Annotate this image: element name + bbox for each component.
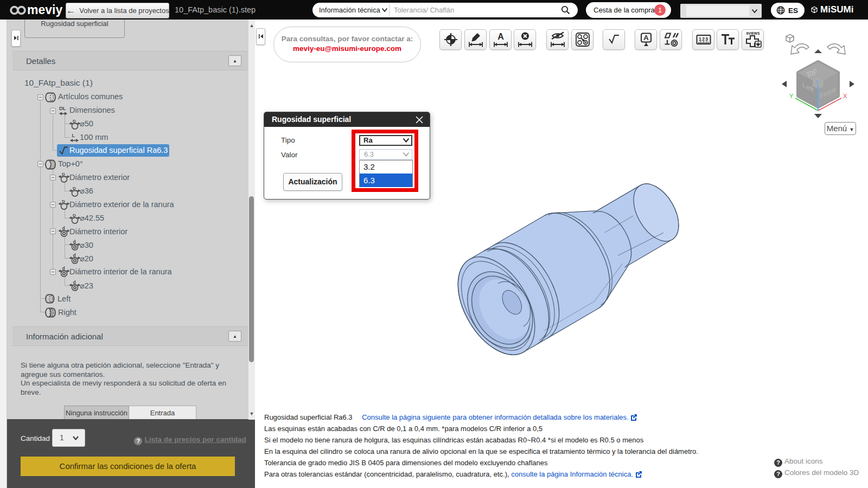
svg-text:6VIEWS: 6VIEWS (746, 31, 760, 35)
svg-text:z: z (815, 78, 819, 85)
svg-text:X: X (843, 93, 847, 99)
svg-text:Y: Y (789, 93, 794, 99)
svg-text:DL: DL (59, 105, 66, 111)
svg-text:L: L (72, 133, 75, 138)
svg-text:A: A (643, 34, 649, 42)
svg-text:123: 123 (698, 36, 708, 42)
svg-text:A: A (497, 32, 504, 41)
